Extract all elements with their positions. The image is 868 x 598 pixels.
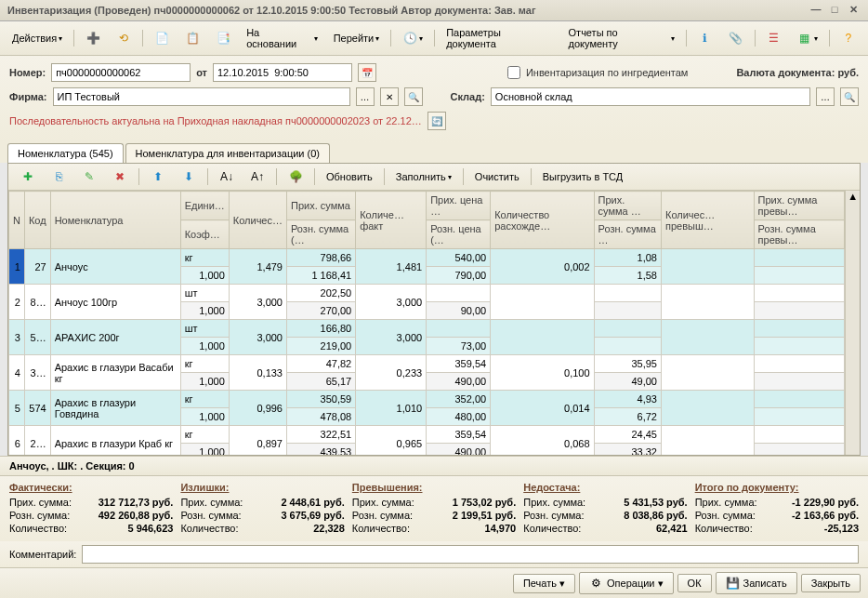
toolbar-help-icon[interactable]: ? — [835, 28, 862, 48]
warehouse-select-icon[interactable]: … — [816, 87, 835, 106]
goto-menu[interactable]: Перейти▾ — [327, 30, 387, 47]
toolbar-attach-icon[interactable]: 📎 — [722, 28, 750, 48]
col-qtyf[interactable]: Количе… факт — [356, 192, 427, 249]
col-nomen[interactable]: Номенклатура — [50, 192, 180, 249]
based-on-menu[interactable]: На основании▾ — [240, 24, 323, 52]
tab-nomenclature[interactable]: Номенклатура (545) — [7, 143, 124, 163]
col-psumo[interactable]: Прих. сумма превы… — [754, 192, 845, 220]
close-button[interactable]: ✕ — [846, 4, 861, 17]
toolbar-icon-5[interactable]: 📑 — [209, 28, 237, 48]
col-n[interactable]: N — [9, 192, 25, 249]
summary-total: Итого по документу: Прих. сумма:-1 229,9… — [695, 482, 859, 536]
col-rsumd[interactable]: Розн. сумма … — [594, 220, 661, 249]
print-menu[interactable]: Печать ▾ — [513, 574, 575, 593]
warehouse-label: Склад: — [451, 91, 485, 102]
table-row[interactable]: 127Анчоускг1,479798,661,481540,000,0021,… — [9, 249, 845, 267]
summary-panel: Фактически: Прих. сумма:312 712,73 руб. … — [0, 475, 868, 541]
close-doc-button[interactable]: Закрыть — [801, 574, 861, 592]
row-down-icon[interactable]: ⬇ — [175, 166, 203, 187]
bottom-bar: Печать ▾ ⚙ Операции ▾ ОК 💾 Записать Закр… — [0, 567, 868, 598]
toolbar-info-icon[interactable]: ℹ — [691, 28, 719, 48]
col-qtyo[interactable]: Количес… превыш… — [661, 192, 754, 249]
actions-menu[interactable]: Действия▾ — [6, 30, 69, 47]
toolbar-clock-icon[interactable]: 🕓▾ — [396, 28, 429, 48]
titlebar: Инвентаризация (Проведен) пч000000000006… — [0, 0, 868, 21]
summary-fact: Фактически: Прих. сумма:312 712,73 руб. … — [9, 482, 173, 536]
col-psumd[interactable]: Прих. сумма … — [594, 192, 661, 220]
ok-button[interactable]: ОК — [677, 574, 712, 592]
save-button[interactable]: 💾 Записать — [716, 572, 797, 594]
col-rprice[interactable]: Розн. цена (… — [427, 220, 491, 249]
window-title: Инвентаризация (Проведен) пч000000000006… — [7, 5, 805, 16]
sequence-refresh-icon[interactable]: 🔄 — [427, 112, 446, 130]
col-rsumo[interactable]: Розн. сумма превы… — [754, 220, 845, 249]
summary-surplus: Излишки: Прих. сумма:2 448,61 руб. Розн.… — [180, 482, 344, 536]
toolbar-icon-1[interactable]: ➕ — [79, 28, 107, 48]
summary-short: Недостача: Прих. сумма:5 431,53 руб. Роз… — [523, 482, 687, 536]
row-up-icon[interactable]: ⬆ — [144, 166, 172, 187]
table-row[interactable]: 28…Анчоус 100гршт3,000202,503,000 — [9, 285, 845, 302]
vertical-scrollbar[interactable]: ▲ — [845, 191, 860, 455]
col-pprice[interactable]: Прих. цена … — [427, 192, 491, 220]
comment-label: Комментарий: — [9, 549, 76, 560]
row-edit-icon[interactable]: ✎ — [75, 166, 103, 187]
col-rsum[interactable]: Розн. сумма (… — [286, 220, 355, 249]
tab-nomenclature-inv[interactable]: Номенклатура для инвентаризации (0) — [125, 143, 330, 163]
col-psum[interactable]: Прих. сумма — [286, 192, 355, 220]
toolbar-list-icon[interactable]: ☰ — [760, 28, 788, 48]
row-copy-icon[interactable]: ⎘ — [45, 166, 72, 187]
clear-button[interactable]: Очистить — [468, 168, 526, 185]
col-coef[interactable]: Коэф… — [180, 220, 229, 249]
toolbar-icon-4[interactable]: 📋 — [178, 28, 206, 48]
status-bar: Анчоус, . ШК: . Секция: 0 — [0, 456, 868, 475]
toolbar-excel-icon[interactable]: ▦▾ — [791, 28, 824, 48]
toolbar-icon-3[interactable]: 📄 — [148, 28, 176, 48]
fill-menu[interactable]: Заполнить▾ — [389, 168, 458, 185]
table-toolbar: ✚ ⎘ ✎ ✖ ⬆ ⬇ A↓ A↑ 🌳 Обновить Заполнить▾ … — [8, 164, 860, 191]
table-row[interactable]: 62…Арахис в глазури Краб кгкг0,897322,51… — [9, 426, 845, 444]
col-qtydiff[interactable]: Количество расхожде… — [491, 192, 594, 249]
doc-reports-menu[interactable]: Отчеты по документу▾ — [562, 24, 681, 52]
refresh-button[interactable]: Обновить — [320, 168, 379, 185]
warehouse-search-icon[interactable]: 🔍 — [840, 87, 859, 106]
table-row[interactable]: 35…АРАХИС 200гшт3,000166,803,000 — [9, 320, 845, 338]
firm-clear-icon[interactable]: ✕ — [380, 87, 399, 106]
main-toolbar: Действия▾ ➕ ⟲ 📄 📋 📑 На основании▾ Перейт… — [0, 21, 868, 56]
currency-label: Валюта документа: руб. — [736, 67, 859, 78]
by-ingredients-checkbox[interactable] — [507, 66, 520, 79]
sequence-text: Последовательность актуальна на Приходна… — [9, 115, 422, 126]
firm-search-icon[interactable]: 🔍 — [404, 87, 423, 106]
warehouse-input[interactable] — [491, 87, 810, 106]
calendar-icon[interactable]: 📅 — [358, 63, 376, 82]
col-code[interactable]: Код — [24, 192, 50, 249]
doc-params-button[interactable]: Параметры документа — [440, 24, 559, 52]
sort-asc-icon[interactable]: A↓ — [213, 166, 241, 187]
sort-desc-icon[interactable]: A↑ — [243, 166, 271, 187]
firm-select-icon[interactable]: … — [356, 87, 375, 106]
tree-icon[interactable]: 🌳 — [282, 166, 309, 187]
from-label: от — [196, 67, 207, 78]
number-label: Номер: — [9, 67, 46, 78]
firm-label: Фирма: — [9, 91, 47, 102]
maximize-button[interactable]: □ — [827, 4, 842, 17]
col-qty[interactable]: Количес… — [229, 192, 286, 249]
row-delete-icon[interactable]: ✖ — [106, 166, 134, 187]
minimize-button[interactable]: — — [809, 4, 823, 17]
by-ingredients-label: Инвентаризация по ингредиентам — [526, 67, 689, 78]
number-input[interactable] — [51, 63, 191, 82]
table-row[interactable]: 5574Арахис в глазури Говядинакг0,996350,… — [9, 391, 845, 408]
summary-over: Превышения: Прих. сумма:1 753,02 руб. Ро… — [352, 482, 516, 536]
data-grid[interactable]: N Код Номенклатура Едини… Количес… Прих.… — [8, 191, 860, 455]
date-input[interactable] — [213, 63, 352, 82]
row-add-icon[interactable]: ✚ — [14, 166, 42, 187]
col-unit[interactable]: Едини… — [180, 192, 229, 220]
toolbar-icon-2[interactable]: ⟲ — [110, 28, 138, 48]
table-row[interactable]: 43…Арахис в глазури Васаби кгкг0,13347,8… — [9, 355, 845, 373]
comment-input[interactable] — [82, 545, 859, 564]
firm-input[interactable] — [53, 87, 350, 106]
export-tsd-button[interactable]: Выгрузить в ТСД — [536, 168, 630, 185]
operations-menu[interactable]: ⚙ Операции ▾ — [579, 572, 674, 594]
